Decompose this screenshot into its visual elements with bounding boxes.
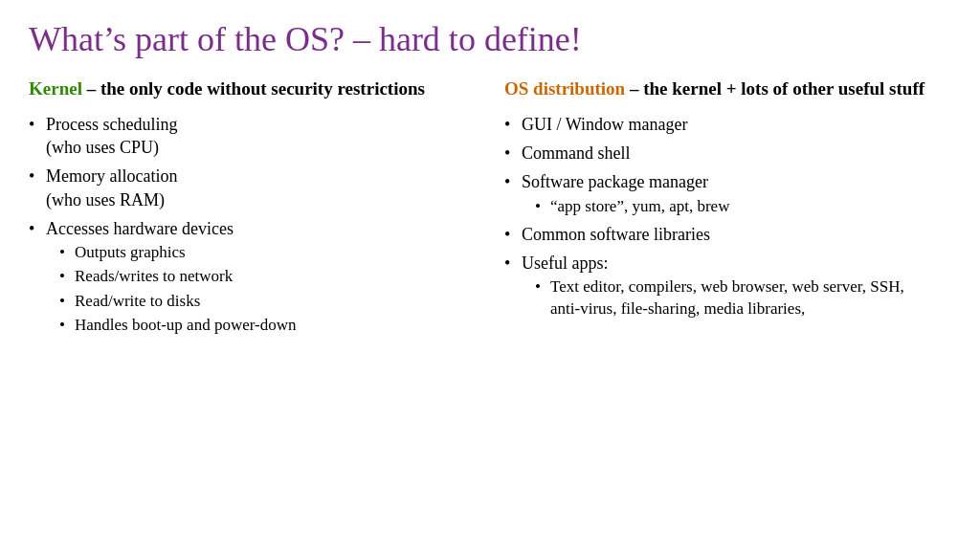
right-header-rest: – the kernel + lots of other useful stuf… bbox=[625, 78, 924, 99]
left-column: Kernel – the only code without security … bbox=[29, 77, 476, 342]
list-item: GUI / Window manager bbox=[504, 113, 951, 136]
list-item: Memory allocation (who uses RAM) bbox=[29, 165, 476, 211]
list-item: Accesses hardware devices Outputs graphi… bbox=[29, 217, 476, 336]
left-header-rest: – the only code without security restric… bbox=[82, 78, 425, 99]
left-header-highlight: Kernel bbox=[29, 78, 82, 99]
item-sub: (who uses RAM) bbox=[46, 190, 165, 209]
list-item: Common software libraries bbox=[504, 223, 951, 246]
sub-list: Outputs graphics Reads/writes to network… bbox=[59, 242, 476, 335]
item-text: Process scheduling bbox=[46, 115, 177, 134]
sub-list-item: Read/write to disks bbox=[59, 291, 476, 312]
sub-list: Text editor, compilers, web browser, web… bbox=[535, 276, 951, 319]
item-text: Accesses hardware devices bbox=[46, 219, 234, 238]
two-column-layout: Kernel – the only code without security … bbox=[29, 77, 951, 342]
list-item: Software package manager “app store”, yu… bbox=[504, 170, 951, 216]
right-header-highlight: OS distribution bbox=[504, 78, 625, 99]
sub-list-item: Text editor, compilers, web browser, web… bbox=[535, 276, 937, 319]
sub-list-item: “app store”, yum, apt, brew bbox=[535, 196, 951, 217]
item-text: Memory allocation bbox=[46, 166, 177, 186]
right-col-header: OS distribution – the kernel + lots of o… bbox=[504, 77, 951, 101]
sub-list: “app store”, yum, apt, brew bbox=[535, 196, 951, 217]
item-sub: (who uses CPU) bbox=[46, 138, 159, 157]
left-col-header: Kernel – the only code without security … bbox=[29, 77, 476, 101]
page-title: What’s part of the OS? – hard to define! bbox=[29, 19, 951, 60]
list-item: Useful apps: Text editor, compilers, web… bbox=[504, 252, 951, 319]
right-column: OS distribution – the kernel + lots of o… bbox=[504, 77, 951, 342]
sub-list-item: Handles boot-up and power-down bbox=[59, 315, 476, 336]
sub-list-item: Reads/writes to network bbox=[59, 266, 476, 287]
left-bullet-list: Process scheduling (who uses CPU) Memory… bbox=[29, 113, 476, 336]
list-item: Process scheduling (who uses CPU) bbox=[29, 113, 476, 160]
list-item: Command shell bbox=[504, 142, 951, 165]
right-bullet-list: GUI / Window manager Command shell Softw… bbox=[504, 113, 951, 320]
sub-list-item: Outputs graphics bbox=[59, 242, 476, 263]
